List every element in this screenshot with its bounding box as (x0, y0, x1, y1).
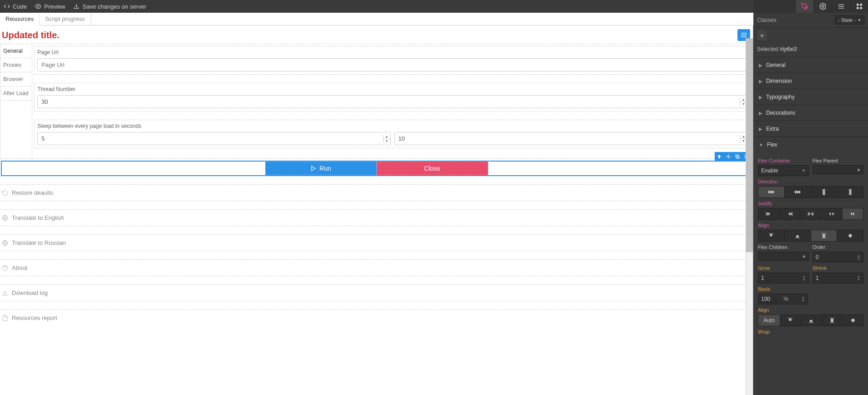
dir-row-icon[interactable] (758, 187, 785, 198)
section-flex[interactable]: ▼Flex (753, 137, 868, 152)
dir-row-rev-icon[interactable] (785, 187, 811, 198)
align-auto-button[interactable]: Auto (758, 315, 780, 326)
tab-resources[interactable]: Resources (0, 13, 40, 25)
thread-input[interactable]: 30 ▲▼ (37, 95, 747, 108)
top-toolbar: Code Preview Save changes on server (0, 0, 753, 13)
sleep-to-value: 10 (399, 135, 405, 142)
translate-en-link[interactable]: Translate to English (0, 209, 753, 226)
svg-rect-51 (770, 234, 772, 236)
side-tabs: General Proxies Browser After Load (0, 44, 32, 158)
styles-tab-icon[interactable] (795, 0, 813, 13)
svg-rect-26 (772, 191, 774, 193)
align-center-icon[interactable] (837, 230, 863, 241)
spinner-down-icon[interactable]: ▼ (384, 139, 390, 143)
preview-label: Preview (44, 3, 65, 10)
flex-children-select[interactable]: ◆ (758, 252, 809, 261)
svg-rect-35 (849, 193, 851, 195)
side-tab-proxies[interactable]: Proxies (0, 58, 32, 72)
svg-rect-28 (797, 191, 798, 193)
svg-rect-47 (833, 213, 834, 215)
svg-rect-67 (852, 319, 854, 322)
side-tab-browser[interactable]: Browser (0, 72, 32, 86)
sleep-from-input[interactable]: 5 ▲▼ (37, 132, 391, 145)
blocks-tab-icon[interactable] (850, 0, 868, 13)
download-log-link[interactable]: Download log (0, 284, 753, 301)
move-icon[interactable] (724, 152, 733, 161)
canvas[interactable]: Updated title. General Proxies Browser A… (0, 25, 753, 326)
translate-ru-link[interactable]: Translate to Russian (0, 234, 753, 251)
align-stretch-icon[interactable] (811, 230, 838, 241)
svg-rect-40 (789, 213, 790, 215)
justify-end-icon[interactable] (779, 208, 800, 219)
save-label: Save changes on server (82, 3, 146, 10)
copy-icon[interactable] (733, 152, 742, 161)
svg-rect-22 (857, 7, 859, 9)
page-url-label: Page Url (35, 46, 750, 56)
svg-rect-58 (849, 234, 851, 238)
spinner-up-icon[interactable]: ▲ (384, 135, 390, 139)
dir-col-rev-icon[interactable] (837, 187, 863, 198)
restore-defaults-link[interactable]: Restore deaults (0, 184, 753, 201)
preview-button[interactable]: Preview (35, 3, 65, 10)
globe-icon (2, 240, 8, 246)
align-self-end-icon[interactable] (801, 315, 822, 326)
add-class-button[interactable]: + (757, 30, 767, 41)
section-typography[interactable]: ▶Typography (753, 89, 868, 105)
run-label: Run (319, 165, 331, 172)
parent-select-icon[interactable] (715, 152, 724, 161)
help-icon (2, 265, 8, 271)
section-dimension[interactable]: ▶Dimension (753, 73, 868, 89)
page-url-input[interactable] (37, 58, 747, 71)
grow-input[interactable]: 1▲▼ (758, 273, 809, 284)
justify-between-icon[interactable] (800, 208, 821, 219)
svg-rect-62 (810, 320, 812, 322)
layers-tab-icon[interactable] (832, 0, 850, 13)
svg-rect-34 (849, 191, 851, 193)
resources-report-link[interactable]: Resources report (0, 309, 753, 326)
shrink-input[interactable]: 1▲▼ (812, 273, 863, 284)
tab-script-progress[interactable]: Script progress (40, 13, 91, 25)
close-button[interactable]: Close (377, 162, 488, 175)
grow-label: Grow (758, 265, 809, 271)
about-link[interactable]: About (0, 259, 753, 276)
svg-rect-65 (831, 319, 833, 322)
side-tab-general[interactable]: General (0, 44, 32, 58)
justify-around-icon[interactable] (822, 208, 843, 219)
main-tabs: Resources Script progress (0, 13, 753, 25)
align-end-icon[interactable] (785, 230, 811, 241)
flex-enable-select[interactable]: Enable▼ (758, 165, 809, 176)
svg-rect-46 (830, 213, 831, 215)
justify-center-icon[interactable] (843, 208, 863, 219)
basis-input[interactable]: 100%▲▼ (758, 294, 808, 304)
sleep-label: Sleep between every page load in seconds (35, 120, 750, 130)
svg-rect-50 (769, 233, 774, 234)
form-area: Page Url Thread Number 30 ▲▼ (32, 44, 752, 158)
justify-start-icon[interactable] (758, 208, 779, 219)
order-input[interactable]: 0▲▼ (812, 252, 863, 263)
run-button[interactable]: Run (265, 162, 377, 175)
align-start-icon[interactable] (758, 230, 785, 241)
side-tab-after-load[interactable]: After Load (0, 86, 32, 101)
code-button[interactable]: Code (4, 3, 27, 10)
settings-tab-icon[interactable] (813, 0, 832, 13)
dir-col-icon[interactable] (811, 187, 838, 198)
state-select[interactable]: - State -▼ (835, 15, 864, 25)
selected-element[interactable]: Run Close (1, 161, 752, 176)
svg-rect-61 (809, 322, 814, 323)
flex-parent-select[interactable]: ◆ (812, 165, 863, 174)
selected-text: Selected #iy6xi3 (753, 43, 868, 57)
section-extra[interactable]: ▶Extra (753, 121, 868, 137)
section-decorations[interactable]: ▶Decorations (753, 105, 868, 121)
align-self-label: Align (758, 307, 863, 313)
sleep-to-input[interactable]: 10 ▲▼ (394, 132, 748, 145)
justify-buttons (758, 208, 863, 220)
align-self-stretch-icon[interactable] (822, 315, 843, 326)
align-self-center-icon[interactable] (843, 315, 863, 326)
svg-rect-31 (823, 191, 825, 193)
flex-container-label: Flex Container (758, 158, 809, 163)
section-general[interactable]: ▶General (753, 57, 868, 73)
save-button[interactable]: Save changes on server (73, 3, 146, 10)
direction-buttons (758, 186, 863, 198)
scrollbar[interactable] (746, 38, 753, 395)
align-self-start-icon[interactable] (780, 315, 801, 326)
